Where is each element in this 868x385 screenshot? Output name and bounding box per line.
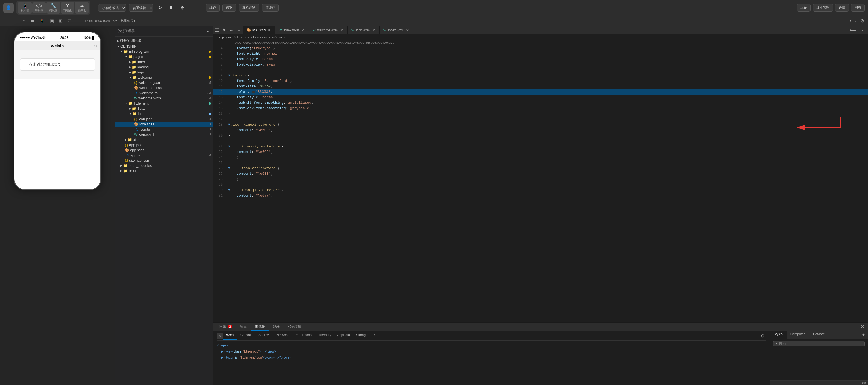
editor-bookmark-btn[interactable]: ⚑ xyxy=(220,27,227,34)
editor-forward-btn[interactable]: → xyxy=(235,27,243,34)
cloud-btn[interactable]: ☁ 云开发 xyxy=(75,2,89,14)
welcome-wxml-file[interactable]: W welcome.wxml M xyxy=(115,96,213,101)
editor-back-btn[interactable]: ← xyxy=(227,27,235,34)
welcome-folder[interactable]: ▼ 📁 welcome xyxy=(115,75,213,80)
detail-btn[interactable]: 详情 xyxy=(835,4,849,12)
devtools-settings-btn[interactable]: ⚙ xyxy=(759,332,766,340)
home-btn[interactable]: ⌂ xyxy=(21,18,27,24)
dots-btn[interactable]: ⋯ xyxy=(189,4,198,11)
telement-folder[interactable]: ▼ 📁 TElement xyxy=(115,101,213,106)
editor-code-content[interactable]: AAAH//wACAAEAAAAMAAAAFgAAAAIAAQADAAWAAQA… xyxy=(213,40,868,322)
icon-json-file[interactable]: {.} icon.json U xyxy=(115,116,213,121)
tab-code-quality[interactable]: 代码质量 xyxy=(284,323,305,331)
logs-folder[interactable]: ▶ 📁 logs xyxy=(115,70,213,75)
sitemap-json-file[interactable]: {.} sitemap.json xyxy=(115,158,213,163)
icon-ts-file[interactable]: TS icon.ts U xyxy=(115,127,213,132)
devtools-tab-more[interactable]: » xyxy=(371,332,378,340)
copy-btn[interactable]: ◱ xyxy=(66,18,73,24)
tab-close-icon[interactable]: ✕ xyxy=(301,28,304,33)
version-btn[interactable]: 版本管理 xyxy=(813,4,833,12)
devtools-tab-storage[interactable]: Storage xyxy=(353,332,370,340)
nodemodules-folder[interactable]: ▶ 📁 node_modules xyxy=(115,163,213,168)
simulator-btn[interactable]: 📱 模拟器 xyxy=(18,2,32,14)
devtools-tab-appdata[interactable]: AppData xyxy=(335,332,353,340)
more-btn[interactable]: ⋯ xyxy=(75,18,82,24)
tab-debugger[interactable]: 调试器 xyxy=(251,323,269,331)
app-json-file[interactable]: {.} app.json xyxy=(115,142,213,147)
real-debug-btn[interactable]: 真机调试 xyxy=(239,4,259,12)
editor-btn[interactable]: </> 编辑器 xyxy=(32,2,46,13)
refresh-btn[interactable]: ↻ xyxy=(156,4,164,11)
devtools-tab-sources[interactable]: Sources xyxy=(256,332,273,340)
filter-bar[interactable]: ⚑ xyxy=(773,341,865,347)
pages-folder[interactable]: ▼ 📁 pages xyxy=(115,54,213,59)
message-btn[interactable]: 消息 xyxy=(851,4,865,12)
compile-btn[interactable]: 编译 xyxy=(206,4,220,12)
main-tools-group: 📱 模拟器 </> 编辑器 🔧 调试器 👁 可视化 ☁ 云开发 xyxy=(17,1,90,15)
more-editor-btn[interactable]: ⋯ xyxy=(859,27,866,34)
tab-close-icon[interactable]: ✕ xyxy=(406,28,409,33)
phone-jump-button[interactable]: 点击跳转到日志页 xyxy=(20,59,95,71)
open-editors-section[interactable]: ▶ 打开的编辑器 xyxy=(115,38,213,44)
loading-folder[interactable]: ▶ 📁 loading xyxy=(115,64,213,70)
devtools-tab-console[interactable]: Console xyxy=(238,332,255,340)
linui-folder[interactable]: ▶ 📁 lin-ui xyxy=(115,168,213,173)
devtools-icon-btn[interactable]: ⚙ xyxy=(217,332,223,340)
computed-tab[interactable]: Computed xyxy=(786,331,809,339)
filter-input[interactable] xyxy=(779,342,863,346)
styles-tab[interactable]: Styles xyxy=(770,331,786,339)
back-btn[interactable]: ← xyxy=(2,18,10,24)
clear-cache-btn[interactable]: 清缓存 xyxy=(262,4,279,12)
split-btn[interactable]: ⟷ xyxy=(848,18,858,24)
tab-problems[interactable]: 问题 2 xyxy=(216,323,236,331)
tab-index-wxss[interactable]: W index.wxss ✕ xyxy=(275,27,308,34)
icon-scss-file[interactable]: 🎨 icon.scss U xyxy=(115,121,213,127)
welcome-json-file[interactable]: {.} welcome.json M xyxy=(115,80,213,85)
devtools-tab-network[interactable]: Network xyxy=(274,332,291,340)
eye-btn[interactable]: 👁 xyxy=(167,4,176,11)
app-ts-file[interactable]: TS app.ts M xyxy=(115,153,213,158)
devtools-tab-performance[interactable]: Performance xyxy=(292,332,316,340)
app-scss-file[interactable]: 🎨 app.scss xyxy=(115,147,213,153)
genshin-section[interactable]: ▼ GENSHIN xyxy=(115,44,213,49)
utils-folder[interactable]: ▶ 📁 utils xyxy=(115,137,213,142)
devtools-tab-memory[interactable]: Memory xyxy=(317,332,334,340)
tab-close-icon[interactable]: ✕ xyxy=(268,28,271,32)
editor-menu-btn[interactable]: ☰ xyxy=(213,27,220,34)
debugger-btn[interactable]: 🔧 调试器 xyxy=(46,2,60,14)
tab-icon-scss[interactable]: 🎨 icon.scss ✕ xyxy=(243,26,275,34)
visual-btn[interactable]: 👁 可视化 xyxy=(61,2,74,14)
settings2-btn[interactable]: ⚙ xyxy=(859,18,866,24)
mode-select-1[interactable]: 小程序模式 xyxy=(98,4,126,12)
tab-welcome-wxml[interactable]: W welcome.wxml ✕ xyxy=(308,27,347,34)
index-folder[interactable]: ▶ 📁 index xyxy=(115,59,213,64)
forward-btn[interactable]: → xyxy=(11,18,19,24)
explorer-more-icon[interactable]: ··· xyxy=(207,30,210,33)
settings-btn[interactable]: ⚙ xyxy=(178,4,187,11)
add-style-btn[interactable]: + xyxy=(861,331,866,338)
devtools-tab-wxml[interactable]: Wxml xyxy=(223,332,237,340)
button-folder[interactable]: ▶ 📁 Button xyxy=(115,106,213,111)
split-editor-btn[interactable]: ⟷ xyxy=(848,27,858,34)
upload-btn[interactable]: 上传 xyxy=(797,4,811,12)
tab-icon-wxml[interactable]: W icon.wxml ✕ xyxy=(348,27,379,34)
phone-btn[interactable]: 📱 xyxy=(38,18,46,24)
close-panel-btn[interactable]: ✕ xyxy=(859,323,866,330)
preview-btn[interactable]: 预览 xyxy=(222,4,236,12)
stop-btn[interactable]: ⏹ xyxy=(28,18,36,24)
tab-index-wxml[interactable]: W index.wxml ✕ xyxy=(379,27,413,34)
icon-folder[interactable]: ▼ 📁 Icon xyxy=(115,111,213,116)
dataset-tab[interactable]: Dataset xyxy=(809,331,828,339)
scan-btn[interactable]: ▣ xyxy=(48,18,56,24)
tab-close-icon[interactable]: ✕ xyxy=(340,28,343,33)
tab-output[interactable]: 输出 xyxy=(237,323,251,331)
tab-close-icon[interactable]: ✕ xyxy=(372,28,375,33)
tab-terminal[interactable]: 终端 xyxy=(269,323,284,331)
icon-json-label: icon.json xyxy=(138,117,152,121)
mode-select-2[interactable]: 普通编辑 xyxy=(129,4,153,12)
tree-btn[interactable]: ⊞ xyxy=(57,18,64,24)
miniprogram-folder[interactable]: ▼ 📁 miniprogram xyxy=(115,49,213,54)
icon-wxml-file[interactable]: W icon.wxml U xyxy=(115,132,213,137)
welcome-scss-file[interactable]: 🎨 welcome.scss xyxy=(115,85,213,91)
welcome-ts-file[interactable]: TS welcome.ts 1, M xyxy=(115,91,213,96)
